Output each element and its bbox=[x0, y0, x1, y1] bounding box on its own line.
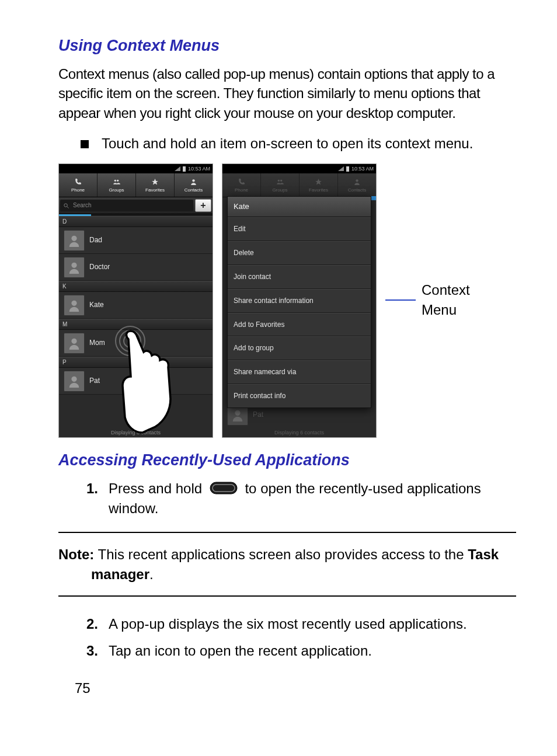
ctx-item-print-contact[interactable]: Print contact info bbox=[228, 384, 371, 407]
ctx-item-delete[interactable]: Delete bbox=[228, 241, 371, 265]
bullet-text: Touch and hold an item on-screen to open… bbox=[102, 134, 516, 154]
status-bar: 10:53 AM bbox=[59, 164, 213, 173]
section-header-D: D bbox=[59, 216, 213, 227]
tab-phone: Phone bbox=[222, 173, 261, 197]
bullet-item: Touch and hold an item on-screen to open… bbox=[81, 134, 516, 154]
tab-bar: Phone Groups Favorites Contacts bbox=[59, 173, 213, 197]
status-time: 10:53 AM bbox=[351, 165, 374, 173]
svg-rect-13 bbox=[210, 482, 237, 494]
avatar bbox=[64, 230, 85, 251]
step-3: 3. Tap an icon to open the recent applic… bbox=[64, 641, 516, 661]
svg-point-3 bbox=[64, 204, 68, 207]
footer-count: Displaying 6 contacts bbox=[59, 429, 213, 437]
svg-point-12 bbox=[235, 410, 240, 415]
callout-context-menu: Context Menu bbox=[385, 280, 470, 319]
avatar bbox=[64, 257, 85, 278]
svg-point-1 bbox=[117, 179, 119, 181]
home-button-icon bbox=[210, 482, 238, 494]
section-header-P: P bbox=[59, 357, 213, 368]
scroll-accent bbox=[371, 196, 376, 200]
note-label: Note: bbox=[58, 546, 94, 562]
list-item[interactable]: Mom bbox=[59, 330, 213, 357]
numbered-list-continued: 2. A pop-up displays the six most recent… bbox=[64, 614, 516, 660]
section-header-M: M bbox=[59, 319, 213, 330]
step-number: 1. bbox=[64, 479, 98, 499]
ctx-item-add-to-favorites[interactable]: Add to Favorites bbox=[228, 313, 371, 337]
ctx-item-edit[interactable]: Edit bbox=[228, 217, 371, 241]
callout-line bbox=[385, 299, 416, 301]
ctx-item-share-contact-info[interactable]: Share contact information bbox=[228, 289, 371, 313]
battery-icon bbox=[183, 166, 186, 172]
avatar bbox=[64, 371, 85, 392]
callout-label: Context Menu bbox=[422, 280, 470, 319]
numbered-list: 1. Press and hold to open the recently-u… bbox=[64, 479, 516, 518]
status-time: 10:53 AM bbox=[188, 165, 210, 173]
status-bar: 10:53 AM bbox=[222, 164, 376, 173]
svg-point-5 bbox=[71, 262, 76, 267]
tab-contacts: Contacts bbox=[338, 173, 376, 197]
ctx-item-add-to-group[interactable]: Add to group bbox=[228, 336, 371, 360]
list-scroll-indicator bbox=[59, 214, 213, 216]
step-number: 2. bbox=[64, 614, 98, 634]
tab-bar-dimmed: Phone Groups Favorites Contacts bbox=[222, 173, 376, 197]
battery-icon bbox=[346, 166, 349, 172]
note-block: Note: This recent applications screen al… bbox=[58, 532, 516, 597]
svg-point-4 bbox=[71, 235, 76, 241]
signal-icon bbox=[175, 166, 180, 171]
tab-favorites[interactable]: Favorites bbox=[136, 173, 175, 197]
svg-point-8 bbox=[71, 376, 76, 381]
list-item[interactable]: Dad bbox=[59, 227, 213, 254]
svg-point-10 bbox=[280, 179, 282, 181]
tab-phone[interactable]: Phone bbox=[59, 173, 98, 197]
list-item[interactable]: Pat bbox=[59, 368, 213, 395]
search-bar: Search + bbox=[59, 197, 213, 214]
add-contact-button[interactable]: + bbox=[195, 199, 211, 212]
heading-recent-apps: Accessing Recently-Used Applications bbox=[58, 450, 516, 472]
phone-screenshot-contacts-list: 10:53 AM Phone Groups Favorites Contacts… bbox=[58, 163, 213, 438]
context-menu-title: Kate bbox=[228, 197, 371, 217]
avatar bbox=[64, 295, 85, 316]
bullet-icon bbox=[81, 140, 89, 148]
search-icon bbox=[63, 203, 69, 209]
ctx-item-join-contact[interactable]: Join contact bbox=[228, 265, 371, 289]
svg-point-9 bbox=[278, 179, 280, 181]
step-1: 1. Press and hold to open the recently-u… bbox=[64, 479, 516, 518]
svg-point-7 bbox=[71, 338, 76, 343]
figure-context-menu: 10:53 AM Phone Groups Favorites Contacts… bbox=[58, 163, 516, 438]
tab-groups[interactable]: Groups bbox=[98, 173, 136, 197]
phone-screenshot-context-menu: 10:53 AM Phone Groups Favorites Contacts… bbox=[222, 163, 377, 438]
search-input[interactable]: Search bbox=[60, 200, 193, 211]
svg-point-6 bbox=[71, 300, 76, 305]
svg-point-11 bbox=[356, 179, 358, 182]
page-number: 75 bbox=[75, 678, 516, 698]
section-header-K: K bbox=[59, 281, 213, 292]
ctx-item-share-namecard[interactable]: Share namecard via bbox=[228, 360, 371, 384]
footer-count-dimmed: Displaying 6 contacts bbox=[222, 429, 376, 437]
paragraph-ctx-intro: Context menus (also called pop-up menus)… bbox=[58, 64, 516, 123]
heading-using-context-menus: Using Context Menus bbox=[58, 35, 516, 57]
step-2: 2. A pop-up displays the six most recent… bbox=[64, 614, 516, 634]
tab-contacts[interactable]: Contacts bbox=[175, 173, 213, 197]
context-menu-popup: Kate Edit Delete Join contact Share cont… bbox=[227, 196, 371, 408]
step-number: 3. bbox=[64, 641, 98, 661]
list-item[interactable]: Doctor bbox=[59, 254, 213, 281]
avatar bbox=[64, 333, 85, 354]
tab-favorites: Favorites bbox=[300, 173, 338, 197]
list-item[interactable]: Kate bbox=[59, 292, 213, 319]
svg-point-0 bbox=[114, 179, 116, 181]
svg-point-2 bbox=[192, 179, 194, 182]
signal-icon bbox=[338, 166, 344, 171]
tab-groups: Groups bbox=[261, 173, 300, 197]
